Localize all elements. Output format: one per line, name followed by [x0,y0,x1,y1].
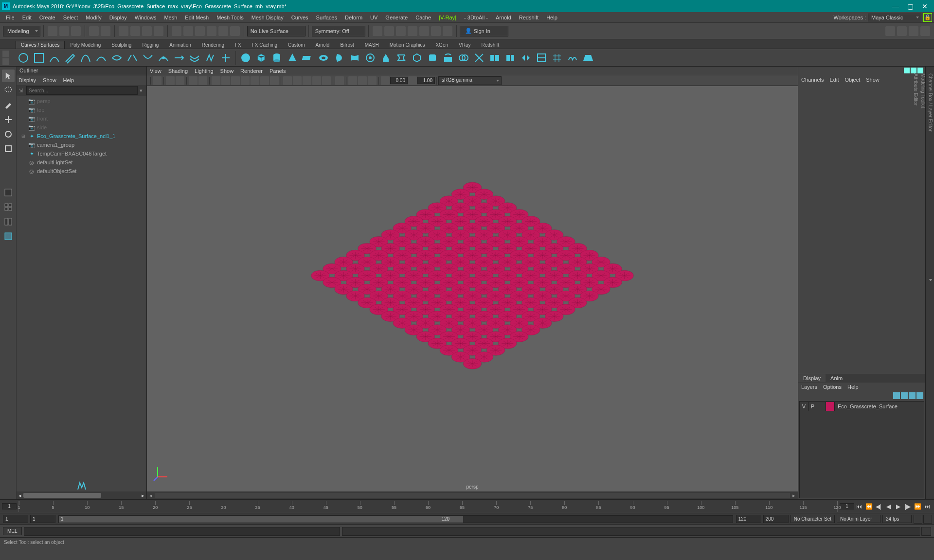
nurbs-plane-icon[interactable] [301,51,315,65]
script-editor-icon[interactable] [921,527,931,536]
nurbs-sphere-icon[interactable] [238,51,253,65]
attach-curves-icon[interactable] [125,51,140,65]
cb-show[interactable]: Show [866,77,880,83]
planar-icon[interactable] [363,51,377,65]
loft-icon[interactable] [347,51,362,65]
vp-grid-icon[interactable] [212,76,220,85]
dock-tab-modelingtoolkit[interactable]: Modeling Toolkit [919,70,927,499]
detach-curves-icon[interactable] [141,51,155,65]
shelf-tab-fxcaching[interactable]: FX Caching [247,41,283,49]
vp-field-chart-icon[interactable] [251,76,259,85]
toggle-toolsettings-icon[interactable] [909,26,918,36]
menu-help[interactable]: Help [542,12,561,23]
character-set-dropdown[interactable]: No Character Set [790,515,835,523]
intersect-icon[interactable] [456,51,471,65]
outliner-node-eco-grasscrete[interactable]: ⊞✦Eco_Grasscrete_Surface_ncl1_1 [17,132,146,140]
select-tool-icon[interactable] [2,70,15,82]
vp-isolate-icon[interactable] [335,76,344,85]
shelf-tab-rendering[interactable]: Rendering [197,41,230,49]
scroll-left-icon[interactable]: ◂ [147,491,155,499]
vp-wireframe-icon[interactable] [283,76,292,85]
menu-arnold[interactable]: Arnold [492,12,515,23]
boundary-icon[interactable] [410,51,424,65]
outliner-menu-display[interactable]: Display [18,77,36,83]
layer-menu-help[interactable]: Help [847,384,859,390]
outliner-node-persp[interactable]: 📷persp [17,97,146,105]
snap-plane-icon[interactable] [207,26,216,36]
pencil-curve-icon[interactable] [63,51,77,65]
snap-curve-icon[interactable] [183,26,193,36]
sculpt-surf-icon[interactable] [565,51,580,65]
menu-vray[interactable]: [V-Ray] [435,12,460,23]
menu-meshdisplay[interactable]: Mesh Display [248,12,287,23]
cb-edit[interactable]: Edit [829,77,839,83]
revolve-icon[interactable] [332,51,346,65]
square-icon[interactable] [32,51,46,65]
layer-menu-layers[interactable]: Layers [801,384,817,390]
vp-image-plane-icon[interactable] [176,76,184,85]
signin-button[interactable]: 👤 Sign In [460,26,508,36]
shelf-tab-xgen[interactable]: XGen [430,41,453,49]
menu-create[interactable]: Create [36,12,59,23]
layer-playback-cell[interactable]: P [808,402,817,411]
range-start[interactable]: 1 [3,515,28,523]
nurbs-cube-icon[interactable] [254,51,269,65]
menu-edit[interactable]: Edit [18,12,36,23]
layer-name[interactable]: Eco_Grasscrete_Surface [835,403,898,409]
vp-menu-view[interactable]: View [150,68,162,74]
vp-xray-joints-icon[interactable] [358,76,367,85]
bevel-plus-icon[interactable] [425,51,440,65]
step-back-icon[interactable]: ◀| [874,502,883,511]
vp-select-camera-icon[interactable] [153,76,162,85]
autokey-toggle-icon[interactable] [914,515,922,524]
shelf-tab-mash[interactable]: MASH [359,41,384,49]
shelf-tab-curves[interactable]: Curves / Surfaces [16,41,65,49]
shelf-tab-bifrost[interactable]: Bifrost [335,41,359,49]
command-lang-button[interactable]: MEL [3,527,22,535]
layer-menu-options[interactable]: Options [823,384,842,390]
vp-safe-action-icon[interactable] [260,76,269,85]
shelf-tab-fx[interactable]: FX [230,41,247,49]
vp-menu-show[interactable]: Show [220,68,234,74]
outliner-menu-show[interactable]: Show [43,77,56,83]
vp-menu-lighting[interactable]: Lighting [195,68,214,74]
layer-row[interactable]: V P Eco_Grasscrete_Surface [800,402,924,411]
layer-displaytype-cell[interactable] [817,402,826,411]
select-mode-icon[interactable] [119,26,128,36]
scale-tool-icon[interactable] [2,142,15,155]
select-hier-icon[interactable] [130,26,140,36]
scroll-right-icon[interactable]: ▸ [790,491,798,499]
render-icon[interactable] [373,26,382,36]
menu-modify[interactable]: Modify [82,12,105,23]
rotate-tool-icon[interactable] [2,128,15,140]
outliner-node-tempcam[interactable]: ✦TempCamFBXASC046Target [17,149,146,158]
vp-menu-shading[interactable]: Shading [168,68,188,74]
play-fwd-icon[interactable]: ▶ [894,502,902,511]
shelf-tab-arnold[interactable]: Arnold [310,41,335,49]
attach-surf-icon[interactable] [487,51,502,65]
dock-tab-channelbox[interactable]: Channel Box / Layer Editor [927,70,934,499]
cb-icon-1[interactable] [904,68,910,73]
cb-channels[interactable]: Channels [801,77,824,83]
outliner-node-camera1-group[interactable]: 📷camera1_group [17,140,146,149]
menu-surfaces[interactable]: Surfaces [312,12,341,23]
anim-layer-dropdown[interactable]: No Anim Layer [837,515,880,523]
vp-menu-panels[interactable]: Panels [269,68,286,74]
viewcube-persp-icon[interactable] [2,230,15,243]
close-button[interactable]: ✕ [917,0,932,12]
step-back-key-icon[interactable]: ⏪ [864,502,873,511]
extrude-icon[interactable] [378,51,393,65]
redo-icon[interactable] [101,26,110,36]
shelf-tab-poly[interactable]: Poly Modeling [65,41,106,49]
menu-select[interactable]: Select [59,12,82,23]
menu-editmesh[interactable]: Edit Mesh [181,12,213,23]
viewport-hscroll[interactable]: ◂ ▸ [147,491,798,499]
outliner-menu-help[interactable]: Help [63,77,74,83]
paint-select-tool-icon[interactable] [2,99,15,111]
menu-file[interactable]: File [2,12,18,23]
viewcube-single-icon[interactable] [2,186,15,199]
vp-film-gate-icon[interactable] [221,76,230,85]
outliner-search-input[interactable] [26,86,138,95]
lock-icon[interactable]: 🔒 [923,13,932,22]
menu-display[interactable]: Display [106,12,131,23]
